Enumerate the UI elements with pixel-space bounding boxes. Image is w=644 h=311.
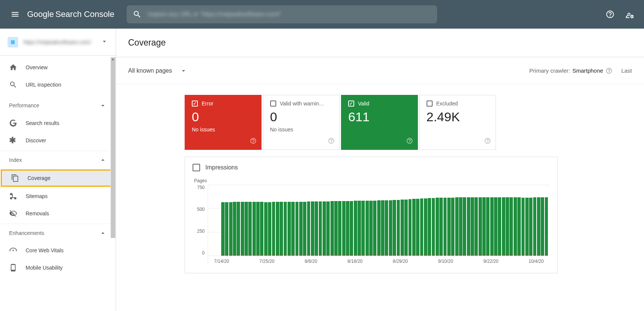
y-axis: 7505002500: [193, 185, 208, 256]
brand-product: Search Console: [55, 9, 115, 19]
search-icon: [133, 10, 142, 19]
nav-label: Overview: [26, 64, 47, 70]
speedometer-icon: [9, 246, 17, 255]
scrollbar[interactable]: [110, 57, 116, 238]
sidebar-item-overview[interactable]: Overview: [0, 59, 113, 76]
url-search-bar[interactable]: Inspect any URL in "https://netpeaksoftw…: [127, 5, 437, 23]
page-header: Coverage: [116, 29, 644, 57]
nav-label: URL inspection: [26, 82, 61, 88]
sidebar: https://netpeaksoftware.com/ Overview UR…: [0, 29, 116, 311]
coverage-chart: 7505002500 7/14/207/25/208/6/208/18/208/…: [193, 185, 550, 264]
sidebar-item-search-results[interactable]: Search results: [0, 114, 113, 132]
chevron-down-icon: [180, 67, 187, 75]
nav-label: Search results: [26, 120, 59, 126]
tile-value: 611: [348, 110, 411, 124]
tile-valid[interactable]: Valid 611: [341, 95, 418, 150]
tile-value: 0: [192, 110, 254, 124]
sidebar-group-performance[interactable]: Performance: [0, 96, 116, 114]
tile-excluded[interactable]: Excluded 2.49K: [419, 95, 496, 150]
sidebar-item-coverage[interactable]: Coverage: [1, 169, 113, 187]
help-outline-icon[interactable]: [606, 67, 612, 74]
chevron-down-icon: [101, 38, 108, 47]
coverage-chart-card: Impressions Pages 7505002500 7/14/207/25…: [185, 157, 558, 273]
main-content: Coverage All known pages Primary crawler…: [116, 29, 644, 311]
property-favicon: [8, 37, 18, 47]
sidebar-group-index[interactable]: Index: [0, 151, 116, 169]
checkbox-icon: [270, 101, 276, 107]
sidebar-group-enhancements[interactable]: Enhancements: [0, 224, 116, 242]
last-updated-label: Last: [621, 67, 632, 74]
checkbox-icon: [348, 101, 354, 107]
page-filter-dropdown[interactable]: All known pages: [128, 67, 187, 75]
app-header: Google Search Console Inspect any URL in…: [0, 0, 644, 29]
nav-label: Core Web Vitals: [26, 247, 64, 253]
checkbox-icon: [192, 101, 198, 107]
visibility-off-icon: [9, 209, 17, 218]
help-outline-icon[interactable]: [328, 137, 335, 146]
search-icon: [9, 81, 17, 89]
chevron-up-icon: [99, 156, 107, 164]
impressions-label: Impressions: [205, 164, 238, 171]
help-outline-icon[interactable]: [406, 137, 413, 146]
copy-icon: [11, 174, 19, 182]
chevron-up-icon: [99, 229, 107, 237]
sidebar-item-url-inspection[interactable]: URL inspection: [0, 76, 113, 93]
tile-value: 2.49K: [427, 110, 489, 124]
sidebar-item-discover[interactable]: ✱ Discover: [0, 132, 113, 149]
sidebar-item-sitemaps[interactable]: Sitemaps: [0, 188, 113, 205]
tile-value: 0: [270, 110, 333, 124]
toolbar: All known pages Primary crawler: Smartph…: [116, 57, 644, 84]
sidebar-item-core-web-vitals[interactable]: Core Web Vitals: [0, 242, 113, 259]
brand-google: Google: [27, 9, 54, 19]
nav-label: Coverage: [28, 175, 50, 181]
menu-button[interactable]: [6, 5, 24, 23]
property-url: https://netpeaksoftware.com/: [23, 39, 95, 45]
page-title: Coverage: [128, 38, 166, 48]
primary-crawler-label: Primary crawler: Smartphone: [529, 67, 612, 74]
property-selector[interactable]: https://netpeaksoftware.com/: [0, 29, 116, 56]
help-outline-icon[interactable]: [484, 137, 491, 146]
status-tiles: Error 0 No issues Valid with warnin… 0 N…: [185, 95, 496, 150]
tile-subtext: No issues: [192, 127, 254, 133]
scroll-up-icon: ▲: [111, 57, 114, 60]
nav-label: Removals: [26, 210, 49, 216]
sidebar-item-mobile-usability[interactable]: Mobile Usability: [0, 259, 113, 276]
chevron-up-icon: [99, 102, 107, 109]
checkbox-icon: [427, 101, 433, 107]
help-button[interactable]: [602, 6, 618, 23]
chart-bars: [208, 185, 550, 256]
y-axis-title: Pages: [194, 178, 550, 183]
account-settings-button[interactable]: [621, 6, 638, 23]
nav-label: Mobile Usability: [26, 265, 63, 271]
google-g-icon: [9, 119, 17, 127]
nav-label: Discover: [26, 137, 46, 143]
sitemap-icon: [9, 192, 17, 200]
sidebar-item-removals[interactable]: Removals: [0, 205, 113, 222]
tile-subtext: No issues: [270, 127, 333, 133]
search-placeholder: Inspect any URL in "https://netpeaksoftw…: [148, 11, 281, 18]
tile-valid-with-warnings[interactable]: Valid with warnin… 0 No issues: [263, 95, 340, 150]
asterisk-icon: ✱: [9, 136, 17, 145]
home-icon: [9, 63, 17, 72]
x-axis: 7/14/207/25/208/6/208/18/208/29/209/10/2…: [208, 259, 550, 264]
tile-error[interactable]: Error 0 No issues: [185, 95, 262, 150]
phone-icon: [9, 264, 17, 272]
nav-label: Sitemaps: [26, 193, 47, 199]
impressions-checkbox[interactable]: [193, 164, 200, 171]
help-outline-icon[interactable]: [250, 137, 257, 146]
brand-logo: Google Search Console: [27, 9, 115, 19]
